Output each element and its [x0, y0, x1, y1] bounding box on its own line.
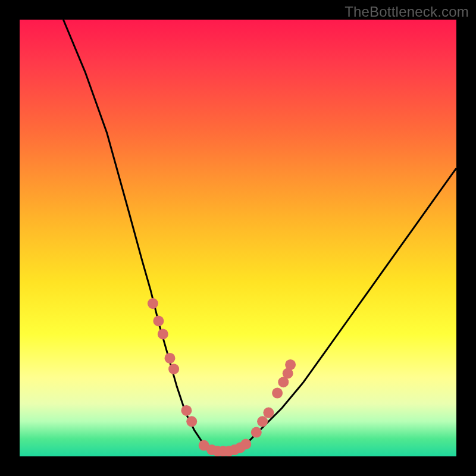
- data-dot: [251, 427, 262, 438]
- dot-group: [148, 298, 296, 456]
- plot-area: [20, 20, 456, 456]
- chart-frame: TheBottleneck.com: [0, 0, 476, 476]
- data-dot: [153, 316, 164, 327]
- data-dot: [181, 405, 192, 416]
- bottleneck-curve: [63, 20, 456, 452]
- data-dot: [263, 408, 274, 418]
- data-dot: [257, 416, 268, 427]
- watermark-text: TheBottleneck.com: [345, 4, 469, 20]
- data-dot: [148, 298, 158, 309]
- data-dot: [158, 329, 168, 340]
- data-dot: [165, 353, 176, 364]
- data-dot: [186, 416, 197, 427]
- data-dot: [168, 364, 179, 374]
- data-dot: [240, 439, 251, 449]
- data-dot: [285, 359, 296, 370]
- curve-layer: [20, 20, 456, 456]
- data-dot: [272, 388, 283, 399]
